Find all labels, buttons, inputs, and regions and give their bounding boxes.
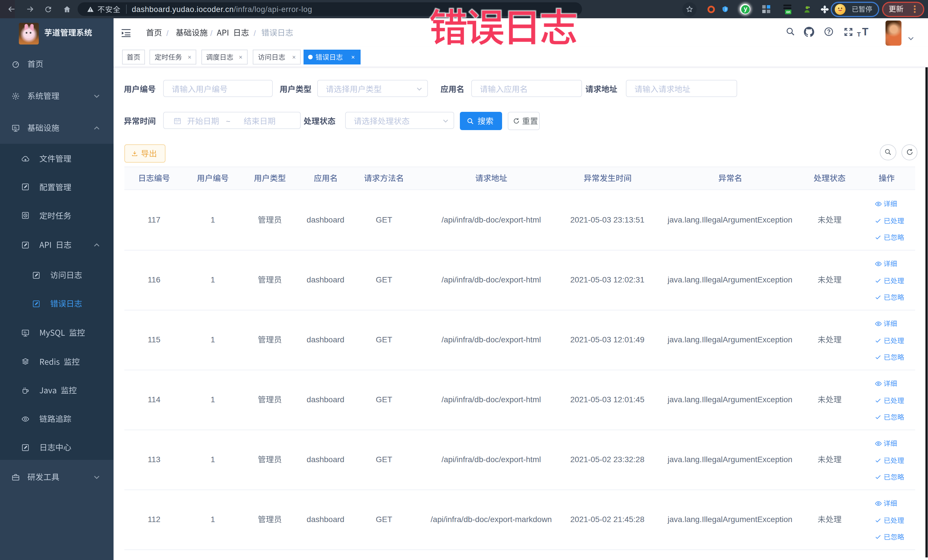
svg-text:on: on	[786, 10, 791, 14]
